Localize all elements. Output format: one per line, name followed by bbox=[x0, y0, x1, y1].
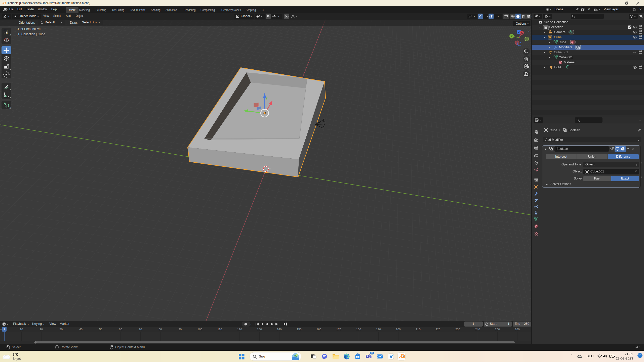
svg-text:Z: Z bbox=[518, 30, 520, 33]
svg-text:Y: Y bbox=[511, 35, 512, 38]
svg-text:X: X bbox=[521, 31, 522, 34]
